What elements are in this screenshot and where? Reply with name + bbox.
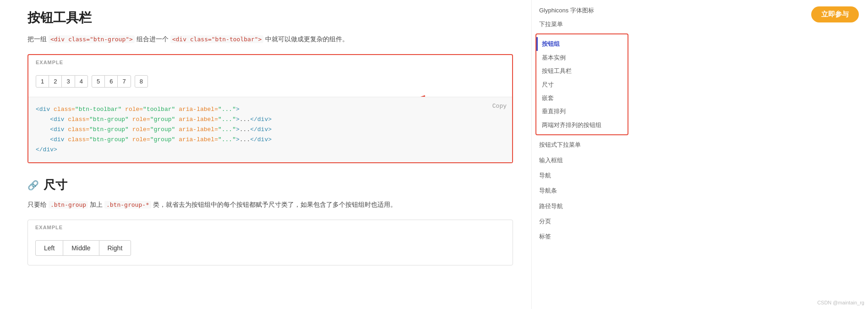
sidebar-item-pagination[interactable]: 分页 xyxy=(532,214,632,229)
section-title-size: 尺寸 xyxy=(44,177,67,193)
btn-group-size-demo: Left Middle Right xyxy=(35,240,505,256)
sidebar-item-label[interactable]: 标签 xyxy=(532,229,632,244)
btn-5[interactable]: 5 xyxy=(92,75,105,88)
section-desc-size: 只要给 .btn-group 加上 .btn-group-* 类，就省去为按钮组… xyxy=(27,199,513,210)
example-demo: 1 2 3 4 5 6 7 8 xyxy=(28,68,512,97)
code-line-3: <div class="btn-group" role="group" aria… xyxy=(36,125,505,135)
sidebar: Glyphicons 字体图标 下拉菜单 按钮组 基本实例 按钮工具栏 尺寸 嵌… xyxy=(531,0,632,309)
section-heading-size: 🔗 尺寸 xyxy=(27,177,513,193)
sidebar-item-btn-group[interactable]: 按钮组 xyxy=(536,37,628,50)
btn-group-2: 5 6 7 xyxy=(92,75,131,88)
highlight-btn-group: .btn-group xyxy=(49,201,88,209)
btn-toolbar-demo: 1 2 3 4 5 6 7 8 xyxy=(36,75,505,88)
btn-group-3: 8 xyxy=(135,75,148,88)
sidebar-item-glyphicons[interactable]: Glyphicons 字体图标 xyxy=(532,5,632,17)
sidebar-item-size[interactable]: 尺寸 xyxy=(536,78,628,91)
code-box: Copy <div class="btn-toolbar" role="tool… xyxy=(28,97,512,162)
code-line-4: <div class="btn-group" role="group" aria… xyxy=(36,135,505,145)
example-box-toolbar: EXAMPLE 1 2 3 4 5 6 7 8 xyxy=(27,54,513,163)
sidebar-item-nested[interactable]: 嵌套 xyxy=(536,91,628,105)
code-line-2: <div class="btn-group" role="group" aria… xyxy=(36,115,505,125)
btn-left[interactable]: Left xyxy=(35,240,63,256)
code-line-1: <div class="btn-toolbar" role="toolbar" … xyxy=(36,105,505,115)
btn-7[interactable]: 7 xyxy=(117,75,131,88)
example-label: EXAMPLE xyxy=(28,55,512,68)
sidebar-highlighted-group: 按钮组 基本实例 按钮工具栏 尺寸 嵌套 垂直排列 两端对齐排列的按钮组 xyxy=(535,33,628,135)
page-title: 按钮工具栏 xyxy=(27,9,513,27)
anchor-icon[interactable]: 🔗 xyxy=(27,180,39,191)
sidebar-item-nav[interactable]: 导航 xyxy=(532,168,632,183)
sidebar-item-basic[interactable]: 基本实例 xyxy=(536,51,628,64)
btn-8[interactable]: 8 xyxy=(135,75,148,88)
example-box-size: EXAMPLE Left Middle Right xyxy=(27,220,513,265)
top-right-area: 立即参与 xyxy=(811,6,859,22)
example-label-2: EXAMPLE xyxy=(28,220,513,233)
join-button[interactable]: 立即参与 xyxy=(811,6,859,22)
btn-4[interactable]: 4 xyxy=(75,75,88,88)
code-btn-group: <div class="btn-group"> xyxy=(49,35,135,43)
btn-3[interactable]: 3 xyxy=(61,75,75,88)
sidebar-item-dropdown-btn[interactable]: 按钮式下拉菜单 xyxy=(532,137,632,152)
btn-6[interactable]: 6 xyxy=(104,75,118,88)
sidebar-item-dropdown[interactable]: 下拉菜单 xyxy=(532,17,632,32)
sidebar-item-justified[interactable]: 两端对齐排列的按钮组 xyxy=(536,118,628,132)
btn-group-1: 1 2 3 4 xyxy=(36,75,88,88)
sidebar-item-breadcrumb[interactable]: 路径导航 xyxy=(532,199,632,214)
sidebar-item-input-group[interactable]: 输入框组 xyxy=(532,153,632,168)
code-btn-toolbar: <div class="btn-toolbar"> xyxy=(170,35,264,43)
copy-button[interactable]: Copy xyxy=(492,103,507,110)
btn-1[interactable]: 1 xyxy=(36,75,49,88)
sidebar-item-navbar[interactable]: 导航条 xyxy=(532,183,632,198)
sidebar-item-vertical[interactable]: 垂直排列 xyxy=(536,105,628,118)
code-line-5: </div> xyxy=(36,145,505,155)
watermark: CSDN @maintain_rg xyxy=(817,300,864,305)
btn-middle[interactable]: Middle xyxy=(63,240,99,256)
btn-2[interactable]: 2 xyxy=(49,75,62,88)
btn-right[interactable]: Right xyxy=(99,240,131,256)
example-demo-2: Left Middle Right xyxy=(28,233,513,265)
sidebar-item-toolbar[interactable]: 按钮工具栏 xyxy=(536,64,628,77)
highlight-btn-group-star: .btn-group-* xyxy=(104,201,151,209)
description: 把一组 <div class="btn-group"> 组合进一个 <div c… xyxy=(27,34,513,45)
